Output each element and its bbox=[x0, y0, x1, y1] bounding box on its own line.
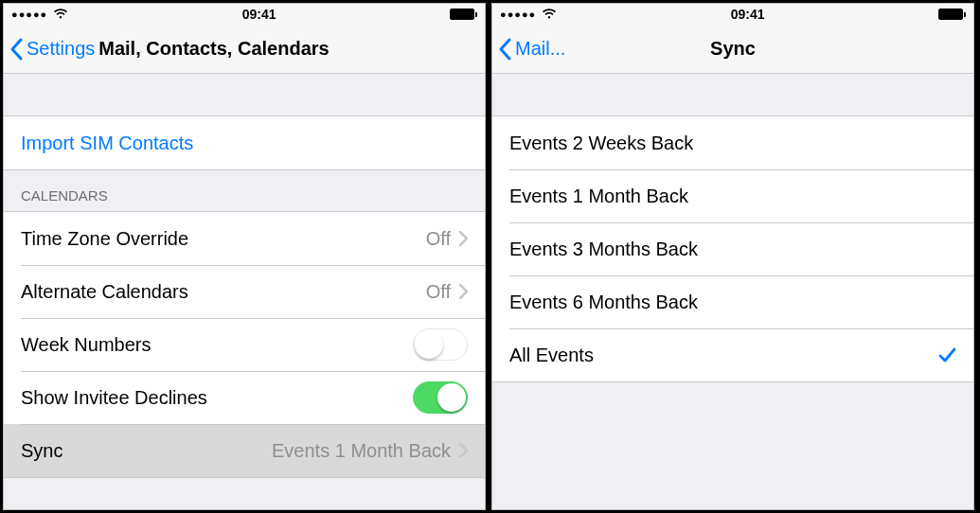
chevron-right-icon bbox=[458, 443, 468, 458]
nav-bar: Settings Mail, Contacts, Calendars bbox=[4, 25, 485, 74]
battery-icon bbox=[450, 9, 477, 20]
status-left: ●●●●● bbox=[11, 9, 68, 20]
chevron-left-icon bbox=[498, 38, 511, 61]
cell-label: Events 1 Month Back bbox=[509, 186, 956, 207]
invitee-declines-toggle[interactable] bbox=[413, 381, 468, 414]
battery-icon bbox=[938, 9, 966, 20]
cell-label: Show Invitee Declines bbox=[21, 387, 413, 409]
sync-option-row[interactable]: Events 6 Months Back bbox=[492, 275, 973, 328]
cell-label: Week Numbers bbox=[21, 334, 413, 356]
cell-label: Import SIM Contacts bbox=[21, 133, 468, 154]
signal-dots-icon: ●●●●● bbox=[500, 9, 536, 20]
signal-dots-icon: ●●●●● bbox=[11, 9, 47, 20]
cell-label: Alternate Calendars bbox=[21, 281, 426, 303]
chevron-right-icon bbox=[458, 284, 468, 299]
status-bar: ●●●●● 09:41 bbox=[4, 4, 485, 25]
chevron-left-icon bbox=[9, 38, 23, 61]
import-sim-contacts-button[interactable]: Import SIM Contacts bbox=[4, 116, 485, 169]
chevron-right-icon bbox=[458, 231, 468, 246]
wifi-icon bbox=[542, 9, 557, 20]
alternate-calendars-row[interactable]: Alternate Calendars Off bbox=[4, 265, 485, 318]
cell-label: All Events bbox=[509, 345, 937, 366]
group-spacer bbox=[4, 74, 485, 115]
cell-label: Time Zone Override bbox=[21, 228, 426, 250]
sync-option-row[interactable]: Events 1 Month Back bbox=[492, 169, 973, 222]
back-button[interactable]: Mail... bbox=[492, 38, 565, 61]
calendars-header: CALENDARS bbox=[4, 170, 485, 211]
cell-detail: Events 1 Month Back bbox=[272, 440, 451, 462]
week-numbers-toggle[interactable] bbox=[413, 328, 468, 361]
week-numbers-row[interactable]: Week Numbers bbox=[4, 318, 485, 371]
nav-bar: Mail... Sync bbox=[492, 25, 973, 74]
sync-option-row[interactable]: Events 3 Months Back bbox=[492, 222, 973, 275]
screen-mail-contacts-calendars: ●●●●● 09:41 Settings Mail, Contacts, Cal… bbox=[3, 3, 486, 510]
cell-detail: Off bbox=[426, 281, 451, 303]
wifi-icon bbox=[53, 9, 68, 20]
screen-sync: ●●●●● 09:41 Mail... Sync Events 2 Weeks … bbox=[491, 3, 974, 510]
cell-detail: Off bbox=[426, 228, 451, 250]
back-button[interactable]: Settings bbox=[4, 38, 95, 61]
status-left: ●●●●● bbox=[500, 9, 557, 20]
sync-options-group: Events 2 Weeks BackEvents 1 Month BackEv… bbox=[492, 115, 973, 382]
sync-option-row[interactable]: All Events bbox=[492, 328, 973, 381]
show-invitee-declines-row[interactable]: Show Invitee Declines bbox=[4, 371, 485, 424]
sync-option-row[interactable]: Events 2 Weeks Back bbox=[492, 116, 973, 169]
group-spacer bbox=[492, 74, 973, 115]
time-zone-override-row[interactable]: Time Zone Override Off bbox=[4, 212, 485, 265]
back-label: Settings bbox=[27, 38, 95, 60]
back-label: Mail... bbox=[515, 38, 565, 60]
status-time: 09:41 bbox=[731, 7, 765, 22]
cell-label: Sync bbox=[21, 440, 272, 462]
status-time: 09:41 bbox=[242, 7, 276, 22]
cell-label: Events 2 Weeks Back bbox=[509, 133, 956, 154]
sync-row[interactable]: Sync Events 1 Month Back bbox=[4, 424, 485, 477]
check-icon bbox=[937, 345, 956, 364]
cell-label: Events 6 Months Back bbox=[509, 292, 956, 313]
status-bar: ●●●●● 09:41 bbox=[492, 4, 973, 25]
nav-title: Mail, Contacts, Calendars bbox=[98, 38, 329, 60]
cell-label: Events 3 Months Back bbox=[509, 239, 956, 260]
calendars-group: Time Zone Override Off Alternate Calenda… bbox=[4, 211, 485, 478]
import-group: Import SIM Contacts bbox=[4, 115, 485, 170]
